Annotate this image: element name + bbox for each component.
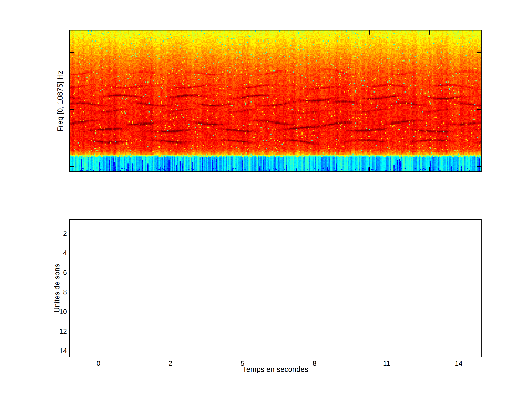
step-x-tick-label: 0 (97, 360, 101, 367)
spec-y-tick-left (70, 81, 74, 81)
step-x-tick-label: 14 (455, 360, 462, 367)
step-x-tick-bottom (70, 352, 70, 357)
spec-y-tick-right (477, 52, 481, 53)
step-y-tick-label: 8 (63, 288, 67, 296)
spec-y-tick-left (70, 52, 74, 53)
spec-x-tick-bottom (429, 167, 430, 171)
step-chart-axes (69, 219, 481, 357)
step-x-tick-label: 5 (241, 360, 245, 367)
spec-y-tick-left (70, 166, 74, 167)
spec-y-tick-left (70, 138, 74, 138)
spec-x-tick-top (189, 31, 189, 35)
spectrogram-image (70, 31, 481, 171)
spec-y-tick-right (477, 166, 481, 167)
spec-x-tick-top (369, 31, 370, 35)
spec-y-tick-right (477, 138, 481, 138)
spec-x-tick-top (429, 31, 430, 35)
step-y-tick-right (476, 220, 481, 220)
step-y-tick-label: 2 (63, 229, 67, 238)
spec-y-tick-left (70, 109, 74, 110)
spec-x-tick-bottom (369, 167, 370, 171)
step-ylabel: Unites de sons (53, 264, 61, 313)
spec-x-tick-top (309, 31, 309, 35)
spec-x-tick-bottom (129, 167, 129, 171)
matlab-figure: Freq [0, 10875] Hz Unites de sons Temps … (0, 0, 532, 399)
spec-x-tick-top (129, 31, 129, 35)
spec-y-tick-right (477, 81, 481, 81)
spectrogram-axes (69, 30, 481, 172)
step-x-tick-label: 8 (313, 360, 317, 367)
spec-x-tick-bottom (309, 167, 309, 171)
step-xlabel: Temps en secondes (242, 365, 308, 374)
step-y-tick-label: 6 (63, 269, 67, 277)
spec-x-tick-bottom (189, 167, 189, 171)
step-y-tick-label: 12 (59, 327, 67, 336)
spectrogram-ylabel: Freq [0, 10875] Hz (56, 70, 64, 132)
spec-y-tick-right (477, 109, 481, 110)
spec-x-tick-top (249, 31, 249, 35)
spec-x-tick-bottom (249, 167, 249, 171)
step-y-tick-left (70, 220, 75, 220)
step-x-tick-label: 11 (383, 360, 390, 367)
step-y-tick-label: 14 (59, 347, 67, 355)
step-x-tick-label: 2 (169, 360, 172, 367)
step-y-tick-label: 4 (63, 249, 67, 257)
step-x-tick-top (70, 220, 70, 224)
step-y-tick-label: 10 (59, 308, 67, 316)
